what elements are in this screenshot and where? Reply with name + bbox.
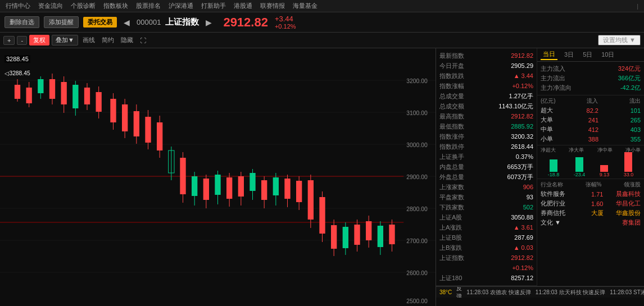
svg-rect-13 [26,88,32,103]
chart-panel: 3288.45 [0,48,436,306]
svg-text:2500.00: 2500.00 [406,298,428,304]
nav-item-8[interactable]: 港股通 [230,2,256,10]
nav-item-1[interactable]: 行情中心 [2,2,34,10]
stat-dieting: 指数跌停 2618.44 [439,141,533,152]
stat-index2: 上证指数 2912.82 [439,253,533,263]
stock-code: 000001 [137,18,161,26]
chart-toolbar: + - 复权 叠加▼ 画线 简约 隐藏 ⛶ 设置均线 ▼ [0,33,644,48]
prev-stock-arrow[interactable]: ◀ [121,18,132,27]
svg-rect-31 [134,111,139,136]
vol-row-3: 小单 388 355 [541,134,641,144]
tab-today[interactable]: 当日 [541,49,557,60]
vol-table: (亿元) 流入 流出 超大 82.2 101 大单 241 265 [537,95,644,145]
nav-item-6[interactable]: 沪深港通 [165,2,197,10]
fuquan-btn[interactable]: 复权 [29,35,49,45]
flow-section: 主力流入 324亿元 主力流出 366亿元 主力净流向 -42.2亿 [537,62,644,95]
main-area: 3288.45 [0,48,644,306]
chart-toolbar-right: 设置均线 ▼ [598,35,641,45]
ind-row-3: 文化 ▼ 赛集团 [541,218,641,227]
svg-rect-33 [145,117,151,143]
nav-item-7[interactable]: 打新助手 [198,2,229,10]
svg-rect-35 [157,122,162,150]
stat-pingpan: 平盘家数 93 [439,192,533,202]
expand-btn[interactable]: ⛶ [138,37,148,44]
zoom-in-btn[interactable]: + [3,36,15,45]
svg-rect-67 [343,227,348,248]
stat-zuixin: 最新指数 2912.82 [439,51,533,61]
industry-section: 行业名称 张幅% 领涨股 软件服务 1.71 晨鑫科技 化肥行业 1.60 华昌… [537,179,644,286]
price-annotation: 3288.45 [4,55,30,63]
candlestick-chart: 3200.00 3100.00 3000.00 2900.00 2800.00 … [0,48,436,306]
svg-rect-59 [296,181,302,202]
stat-zhangting: 指数涨停 3200.32 [439,131,533,141]
draw-btn[interactable]: 画线 [80,36,97,44]
stat-180: 上证180 8257.12 [439,273,533,283]
svg-rect-25 [96,92,102,112]
nav-item-9[interactable]: 联赛情报 [257,2,288,10]
bar-chart-section: 净超大 净大单 净中单 净小单 -18.8 [537,145,644,179]
svg-rect-11 [15,85,20,99]
stock-price: 2912.82 [223,15,268,30]
vol-row-1: 大单 241 265 [541,115,641,125]
nav-item-2[interactable]: 资金流向 [35,2,66,10]
svg-rect-69 [354,225,360,245]
nav-item-5[interactable]: 股票排名 [133,2,164,10]
next-stock-arrow[interactable]: ▶ [203,18,214,27]
svg-text:3000.00: 3000.00 [406,142,428,148]
hide-btn[interactable]: 隐藏 [119,36,135,44]
vol-row-0: 超大 82.2 101 [541,106,641,115]
nav-item-10[interactable]: 海量基金 [289,2,321,10]
ind-row-2: 券商信托 大厦 华鑫股份 [541,208,641,218]
stat-zhangfu: 指数涨幅 +0.12% [439,81,533,91]
stat-waipan: 外盘总量 6073万手 [439,172,533,182]
bar-4: 33.0 [624,152,634,177]
tab-10day[interactable]: 10日 [599,50,616,60]
nav-item-3[interactable]: 个股诊断 [67,2,99,10]
svg-text:2900.00: 2900.00 [406,174,428,180]
trade-btn[interactable]: 委托交易 [83,17,117,28]
simple-btn[interactable]: 简约 [99,36,116,44]
stat-neipan: 内盘总量 6653万手 [439,162,533,172]
stat-jinkaipen: 今日开盘 2905.29 [439,61,533,71]
svg-rect-15 [38,79,43,93]
stat-zuigao: 最高指数 2912.82 [439,111,533,121]
add-alert-btn[interactable]: 添加提醒 [44,16,79,28]
svg-text:3200.00: 3200.00 [406,78,428,84]
stat-b-die: 上B涨跌 ▲ 0.03 [439,243,533,253]
industry-header: 行业名称 张幅% 领涨股 [541,180,641,189]
nav-item-4[interactable]: 指数板块 [100,2,131,10]
svg-rect-45 [215,175,220,195]
svg-rect-21 [72,85,78,108]
stock-change: +3.44 +0.12% [275,15,296,30]
ind-row-1: 化肥行业 1.60 华昌化工 [541,199,641,208]
settings-line-btn[interactable]: 设置均线 ▼ [598,35,641,45]
flow-liuchu: 主力流出 366亿元 [541,74,641,83]
overlay-btn[interactable]: 叠加▼ [52,35,78,45]
flow-tabs: 当日 3日 5日 10日 [537,48,644,62]
zoom-out-btn[interactable]: - [17,36,27,45]
stat-jiaoe: 总成交额 1143.10亿元 [439,101,533,111]
change-pct: +0.12% [275,23,296,30]
svg-rect-23 [84,88,90,104]
top-nav: 行情中心 资金流向 个股诊断 指数板块 股票排名 沪深港通 打新助手 港股通 联… [0,0,644,12]
bar-2: -23.4 [574,157,586,177]
tab-5day[interactable]: 5日 [580,50,595,60]
svg-text:3100.00: 3100.00 [406,110,428,116]
svg-rect-61 [308,180,314,220]
stat-die: 指数跌跌 ▲ 3.44 [439,71,533,81]
news-ticker: 38°C 反弹 11:28:03 农德农 快速反弹 11:28:03 欣天科技 … [436,286,644,298]
svg-rect-19 [61,82,67,104]
stat-b-stock: 上证B股 287.69 [439,232,533,243]
stat-huanshou: 上证换手 0.37% [439,152,533,162]
bar-1-visual [550,159,557,172]
svg-rect-53 [261,180,267,200]
svg-rect-65 [331,225,337,249]
vol-header: (亿元) 流入 流出 [541,97,641,106]
stock-bar: 删除自选 添加提醒 委托交易 ◀ 000001 上证指数 ▶ 2912.82 +… [0,12,644,33]
vol-row-2: 中单 412 403 [541,125,641,134]
remove-btn[interactable]: 删除自选 [4,16,39,28]
svg-rect-71 [366,221,371,240]
bar-4-visual [624,152,632,172]
tab-3day[interactable]: 3日 [562,50,576,60]
svg-text:2700.00: 2700.00 [406,238,428,244]
